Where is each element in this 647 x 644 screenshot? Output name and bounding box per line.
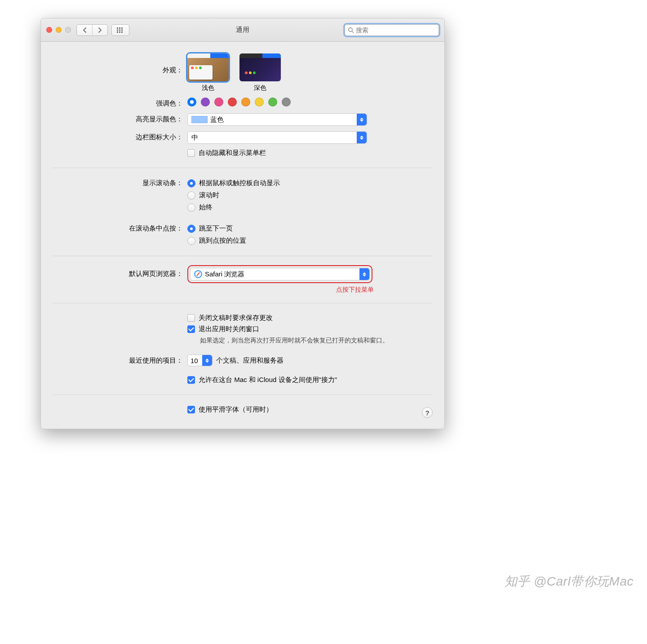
sidebar-size-row: 边栏图标大小： 中 自动隐藏和显示菜单栏 [53,129,433,161]
radio-icon [187,179,195,187]
accent-color-option[interactable] [228,98,237,107]
updown-icon [359,268,369,280]
annotation-text: 点按下拉菜单 [187,286,433,294]
accent-color-option[interactable] [268,98,277,107]
highlight-dropdown[interactable]: 蓝色 [187,113,367,126]
search-field[interactable] [345,24,439,36]
scroll-click-row: 在滚动条中点按： 跳至下一页 跳到点按的位置 [53,220,433,249]
scroll-click-opt-page-label: 跳至下一页 [199,224,233,233]
scrollbars-opt-scrolling-label: 滚动时 [199,191,219,200]
accent-color-option[interactable] [201,98,210,107]
accent-color-option[interactable] [241,98,250,107]
accent-row: 强调色： [53,95,433,111]
chevron-right-icon [98,27,102,33]
scrollbars-opt-always[interactable]: 始终 [187,201,433,213]
content-area: 外观： 浅色 [41,42,444,429]
nav-segment [76,24,108,36]
scroll-click-opt-spot[interactable]: 跳到点按的位置 [187,235,433,247]
accent-color-option[interactable] [214,98,223,107]
ask-save-label: 关闭文稿时要求保存更改 [199,314,273,322]
close-window-button[interactable] [46,27,52,33]
checkbox-icon [187,314,195,322]
radio-icon [187,191,195,200]
default-browser-row: 默认网页浏览器： Safari 浏览器 点按下拉菜单 [53,262,433,297]
search-input[interactable] [356,27,436,34]
scrollbars-opt-always-label: 始终 [199,203,213,212]
radio-icon [187,237,195,245]
svg-line-10 [352,31,354,33]
scroll-click-opt-page[interactable]: 跳至下一页 [187,222,433,235]
divider [53,303,433,303]
close-windows-checkbox[interactable]: 退出应用时关闭窗口 [187,324,433,335]
appearance-dark-thumb [239,53,281,81]
window-controls [46,27,71,33]
handoff-checkbox[interactable]: 允许在这台 Mac 和 iCloud 设备之间使用"接力" [187,374,433,386]
radio-icon [187,225,195,233]
svg-rect-7 [119,31,120,33]
zoom-window-button[interactable] [65,27,71,33]
accent-color-option[interactable] [255,98,264,107]
back-button[interactable] [77,25,92,36]
accent-color-option[interactable] [187,98,196,107]
default-browser-dropdown[interactable]: Safari 浏览器 [190,268,370,280]
scrollbars-opt-auto-label: 根据鼠标或触控板自动显示 [199,179,280,187]
svg-rect-3 [117,29,118,31]
divider [53,395,433,395]
updown-icon [357,114,367,125]
annotation-highlight: Safari 浏览器 [187,265,372,283]
recent-items-dropdown[interactable]: 10 [187,355,213,366]
divider [53,256,433,256]
handoff-label: 允许在这台 Mac 和 iCloud 设备之间使用"接力" [199,376,337,384]
auto-hide-menubar-label: 自动隐藏和显示菜单栏 [199,149,266,157]
auto-hide-menubar-checkbox[interactable]: 自动隐藏和显示菜单栏 [187,147,433,159]
grid-icon [117,27,124,33]
help-button[interactable]: ? [422,407,433,418]
recent-items-value: 10 [191,357,198,364]
safari-icon [194,270,202,278]
svg-rect-2 [121,27,123,29]
updown-icon [357,132,367,143]
ask-save-checkbox[interactable]: 关闭文稿时要求保存更改 [187,312,433,324]
sidebar-size-dropdown[interactable]: 中 [187,131,367,144]
appearance-dark-option[interactable]: 深色 [239,53,281,92]
titlebar: 通用 [41,18,444,42]
default-browser-value: Safari 浏览器 [205,270,244,279]
minimize-window-button[interactable] [56,27,62,33]
highlight-swatch [191,116,208,123]
svg-rect-8 [121,31,123,33]
font-smoothing-row: 使用平滑字体（可用时） [53,401,433,418]
font-smoothing-label: 使用平滑字体（可用时） [199,405,273,414]
close-windows-label: 退出应用时关闭窗口 [199,325,259,333]
scrollbars-opt-auto[interactable]: 根据鼠标或触控板自动显示 [187,177,433,189]
checkbox-icon [187,406,195,413]
appearance-light-label: 浅色 [202,84,214,92]
accent-color-option[interactable] [282,98,291,107]
radio-icon [187,204,195,212]
scrollbars-row: 显示滚动条： 根据鼠标或触控板自动显示 滚动时 始终 [53,174,433,216]
accent-colors [187,98,433,107]
scrollbars-opt-scrolling[interactable]: 滚动时 [187,189,433,201]
close-windows-note: 如果选定，则当您再次打开应用时就不会恢复已打开的文稿和窗口。 [187,335,433,346]
preferences-window: 通用 外观： 浅色 [40,18,445,429]
watermark: 知乎 @Carl带你玩Mac [505,573,634,590]
appearance-light-option[interactable]: 浅色 [187,53,229,92]
appearance-label: 外观： [53,53,187,75]
recent-items-label: 最近使用的项目： [53,355,187,365]
checkbox-icon [187,149,195,157]
show-all-button[interactable] [111,24,129,36]
checkbox-icon [187,376,195,384]
scroll-click-opt-spot-label: 跳到点按的位置 [199,236,246,245]
default-browser-label: 默认网页浏览器： [53,265,187,278]
svg-rect-0 [117,27,118,29]
scroll-click-label: 在滚动条中点按： [53,222,187,233]
forward-button[interactable] [92,25,107,36]
search-icon [348,27,354,33]
checkbox-icon [187,325,195,333]
documents-row: 关闭文稿时要求保存更改 退出应用时关闭窗口 如果选定，则当您再次打开应用时就不会… [53,310,433,349]
font-smoothing-checkbox[interactable]: 使用平滑字体（可用时） [187,404,433,415]
documents-label [53,312,187,314]
sidebar-size-value: 中 [191,133,198,142]
highlight-value: 蓝色 [210,115,224,124]
appearance-light-thumb [187,53,229,81]
divider [53,168,433,168]
